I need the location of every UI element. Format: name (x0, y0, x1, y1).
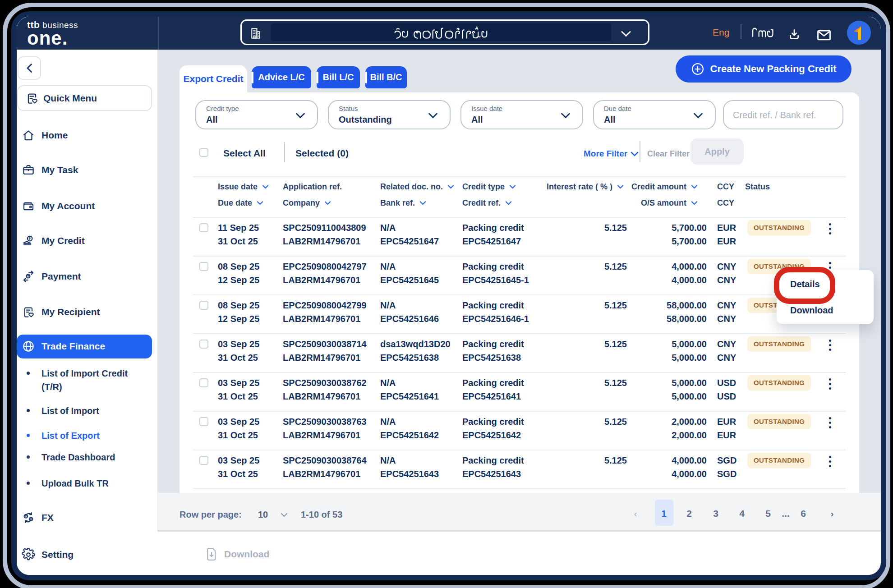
tab-label: Bill B/C (370, 72, 402, 83)
cell-related-doc: N/A (380, 300, 396, 311)
row-checkbox[interactable] (199, 456, 208, 465)
page-1[interactable]: 1 (655, 508, 673, 519)
cell-issue-date: 08 Sep 25 (218, 261, 259, 272)
cell-interest-rate: 5.125 (550, 261, 627, 272)
sidebar-item-trade-finance[interactable]: Trade Finance (17, 335, 152, 358)
filter-value: All (206, 115, 218, 125)
sidebar-item-label: My Task (41, 165, 78, 175)
tab-advice-l-c[interactable]: Advice L/C (252, 66, 311, 88)
tab-bill-b-c[interactable]: Bill B/C (365, 66, 407, 88)
kebab-menu-icon[interactable] (829, 450, 832, 488)
sidebar-item-my-credit[interactable]: My Credit (17, 231, 152, 251)
sort-icon[interactable] (691, 201, 698, 205)
avatar[interactable] (847, 21, 871, 45)
sort-icon[interactable] (324, 201, 331, 205)
sidebar-item-setting[interactable]: Setting (17, 545, 152, 565)
clear-filter-button[interactable]: Clear Filter (647, 149, 690, 159)
page-2[interactable]: 2 (680, 508, 698, 519)
sidebar-item-my-task[interactable]: My Task (17, 160, 152, 180)
cell-ccy-2: EUR (717, 236, 736, 247)
select-all-checkbox[interactable] (199, 148, 208, 157)
kebab-menu-icon[interactable] (829, 217, 832, 256)
select-all-label[interactable]: Select All (223, 148, 266, 159)
filter-issue-date[interactable]: Issue dateAll (460, 100, 583, 129)
filter-status[interactable]: StatusOutstanding (328, 100, 451, 129)
cell-ccy-2: CNY (717, 352, 736, 363)
sort-icon[interactable] (257, 201, 263, 205)
tab-export-credit[interactable]: Export Credit (180, 65, 247, 92)
sort-icon[interactable] (505, 201, 512, 205)
more-filter-button[interactable]: More Filter (584, 149, 639, 159)
sort-icon[interactable] (447, 185, 454, 189)
status-badge: OUTSTANDING (747, 414, 811, 429)
row-checkbox[interactable] (199, 378, 208, 387)
cell-ccy: USD (717, 377, 736, 388)
sidebar-item-payment[interactable]: Payment (17, 266, 152, 286)
credit-icon (22, 234, 35, 248)
page-prev[interactable]: ‹ (626, 508, 644, 519)
kebab-menu-icon[interactable] (829, 372, 832, 411)
sort-icon[interactable] (419, 201, 426, 205)
briefcase-icon (22, 163, 35, 177)
sort-icon[interactable] (509, 185, 516, 189)
cell-credit-ref: EPC54251645-1 (462, 275, 529, 285)
row-checkbox[interactable] (199, 417, 208, 426)
cell-company: LAB2RM14796701 (283, 352, 360, 363)
filter-value: All (604, 115, 616, 125)
create-new-packing-credit-button[interactable]: Create New Packing Credit (676, 55, 852, 83)
sort-icon[interactable] (691, 185, 698, 189)
search-box[interactable] (723, 100, 843, 129)
sidebar-item-quick-menu[interactable]: Quick Menu (17, 85, 152, 111)
tab-label: Bill L/C (323, 72, 354, 83)
language-eng[interactable]: Eng (713, 27, 729, 38)
kebab-menu-icon[interactable] (829, 333, 832, 372)
sidebar-item-my-account[interactable]: My Account (17, 196, 152, 216)
download-icon[interactable] (787, 28, 801, 42)
cell-related-doc: dsa13wqd13D20 (380, 339, 451, 349)
sidebar-item-my-recipient[interactable]: My Recipient (17, 302, 152, 322)
footer-download-button[interactable]: Download (205, 547, 269, 561)
cell-related-doc: N/A (380, 222, 396, 233)
chevron-down-icon[interactable] (281, 513, 288, 517)
page-3[interactable]: 3 (707, 508, 725, 519)
filter-credit-type[interactable]: Credit typeAll (195, 100, 318, 129)
chevron-down-icon (428, 113, 438, 119)
rows-per-page-value[interactable]: 10 (258, 510, 268, 520)
company-name (271, 25, 611, 40)
apply-button[interactable]: Apply (690, 138, 744, 165)
mail-icon[interactable] (816, 28, 832, 42)
filter-label: Due date (604, 105, 631, 112)
rows-per-page-label: Row per page: (180, 510, 242, 520)
sort-icon[interactable] (262, 185, 269, 189)
cell-bank-ref: EPC54251642 (380, 430, 439, 441)
cell-ccy: SGD (717, 455, 736, 466)
bullet-icon (27, 372, 30, 375)
language-thai[interactable] (751, 27, 774, 38)
sidebar-subitem-label: List of Export (41, 429, 147, 442)
row-checkbox[interactable] (199, 340, 208, 349)
row-checkbox[interactable] (199, 223, 208, 232)
cell-credit-ref: EPC54251646-1 (462, 313, 529, 324)
cell-issue-date: 11 Sep 25 (218, 222, 259, 233)
col-os-amount: O/S amount (612, 198, 698, 208)
sidebar-item-label: Trade Finance (41, 341, 105, 352)
tab-bill-l-c[interactable]: Bill L/C (317, 66, 360, 88)
cell-bank-ref: EPC54251646 (380, 313, 439, 324)
page-...[interactable]: ... (777, 508, 795, 519)
sidebar-collapse-button[interactable] (18, 56, 41, 80)
page-next[interactable]: › (823, 508, 841, 519)
page-6[interactable]: 6 (794, 508, 812, 519)
search-input[interactable] (733, 103, 837, 128)
cell-os-amount: 58,000.00 (617, 313, 707, 324)
page-4[interactable]: 4 (733, 508, 751, 519)
filter-due-date[interactable]: Due dateAll (593, 100, 716, 129)
kebab-menu-icon[interactable] (829, 411, 832, 450)
sidebar-item-home[interactable]: Home (17, 125, 152, 145)
menu-item-download[interactable]: Download (790, 305, 833, 316)
row-checkbox[interactable] (199, 262, 208, 271)
page-5[interactable]: 5 (759, 508, 777, 519)
company-selector[interactable] (240, 19, 649, 45)
sidebar-subitem-label: List of Import (41, 404, 147, 418)
row-checkbox[interactable] (199, 301, 208, 310)
sidebar-item-fx[interactable]: FX (17, 508, 152, 528)
